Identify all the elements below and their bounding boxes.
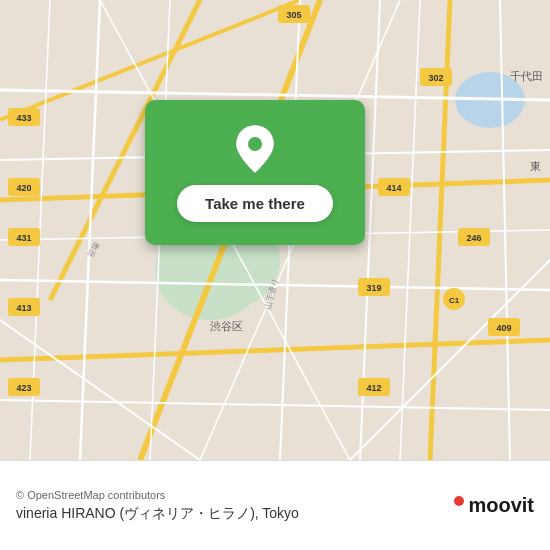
svg-point-59 (248, 137, 262, 151)
osm-credit: © OpenStreetMap contributors (16, 489, 454, 501)
svg-text:C1: C1 (449, 296, 460, 305)
svg-text:409: 409 (496, 323, 511, 333)
svg-text:420: 420 (16, 183, 31, 193)
location-card: Take me there (145, 100, 365, 245)
svg-text:433: 433 (16, 113, 31, 123)
svg-text:305: 305 (286, 10, 301, 20)
map-container: 433 432 420 431 413 423 305 302 414 319 … (0, 0, 550, 460)
svg-text:246: 246 (466, 233, 481, 243)
svg-text:413: 413 (16, 303, 31, 313)
svg-text:423: 423 (16, 383, 31, 393)
svg-text:319: 319 (366, 283, 381, 293)
moovit-logo: moovit (454, 494, 534, 517)
svg-text:東: 東 (530, 160, 541, 172)
svg-text:千代田: 千代田 (510, 70, 543, 82)
pin-icon (232, 123, 278, 175)
place-name: vineria HIRANO (ヴィネリア・ヒラノ), Tokyo (16, 505, 454, 523)
svg-text:302: 302 (428, 73, 443, 83)
info-left: © OpenStreetMap contributors vineria HIR… (16, 489, 454, 523)
moovit-brand-text: moovit (468, 494, 534, 517)
moovit-dot (454, 496, 464, 506)
take-me-there-button[interactable]: Take me there (177, 185, 333, 222)
svg-text:412: 412 (366, 383, 381, 393)
svg-text:431: 431 (16, 233, 31, 243)
info-bar: © OpenStreetMap contributors vineria HIR… (0, 460, 550, 550)
svg-text:414: 414 (386, 183, 401, 193)
svg-text:渋谷区: 渋谷区 (210, 320, 243, 332)
